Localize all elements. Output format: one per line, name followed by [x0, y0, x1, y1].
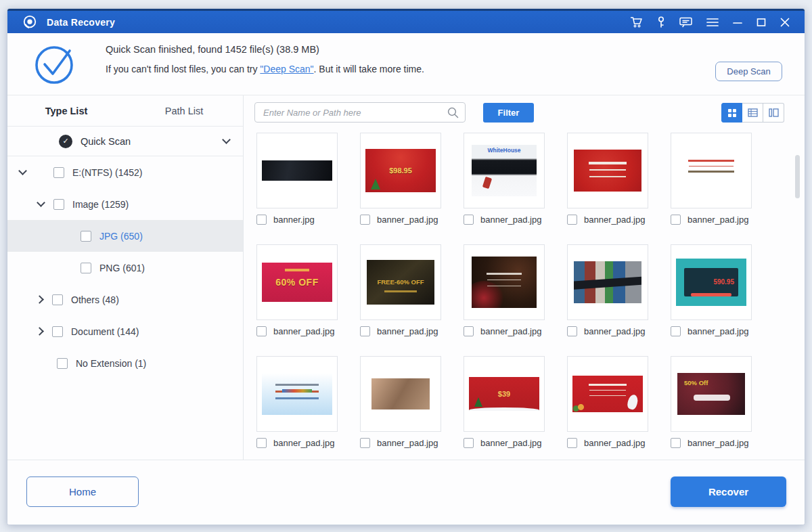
- file-thumbnail[interactable]: $39: [464, 356, 545, 432]
- file-name: banner_pad.jpg: [687, 215, 748, 225]
- tree-item[interactable]: Others (48): [7, 284, 243, 315]
- tree-checkbox[interactable]: [53, 167, 64, 178]
- chevron-right-icon[interactable]: [35, 327, 44, 336]
- file-checkbox[interactable]: [360, 326, 370, 336]
- file-meta-row: banner_pad.jpg: [671, 438, 752, 448]
- file-checkbox[interactable]: [464, 438, 474, 448]
- file-thumbnail[interactable]: 590.95: [671, 244, 752, 320]
- deep-scan-button[interactable]: Deep Scan: [715, 62, 782, 81]
- file-checkbox[interactable]: [567, 438, 577, 448]
- tree-checkbox[interactable]: [81, 263, 91, 273]
- file-thumbnail[interactable]: FREE-60% OFF: [360, 244, 441, 320]
- file-checkbox[interactable]: [671, 326, 681, 336]
- file-meta-row: banner_pad.jpg: [464, 438, 545, 448]
- key-icon[interactable]: [657, 16, 665, 28]
- file-name: banner_pad.jpg: [377, 326, 438, 336]
- menu-icon[interactable]: [706, 18, 719, 27]
- list-view-button[interactable]: [742, 103, 763, 123]
- file-checkbox[interactable]: [256, 326, 267, 336]
- thumbnail-image: [572, 376, 643, 412]
- tree-checkbox[interactable]: [57, 358, 68, 369]
- file-thumbnail[interactable]: [360, 356, 441, 432]
- thumbnail-image: [574, 261, 641, 303]
- thumbnail-caption: WhiteHouse: [472, 148, 537, 154]
- chevron-down-icon[interactable]: [18, 167, 27, 175]
- search-icon[interactable]: [447, 107, 459, 118]
- file-thumbnail[interactable]: [567, 356, 648, 432]
- file-meta-row: banner.jpg: [256, 215, 338, 225]
- file-thumbnail[interactable]: 50% Off: [671, 356, 752, 432]
- filter-button[interactable]: Filter: [483, 103, 534, 123]
- tab-type-list[interactable]: Type List: [7, 95, 125, 126]
- file-meta-row: banner_pad.jpg: [360, 326, 441, 336]
- maximize-icon[interactable]: [757, 18, 766, 27]
- quick-scan-row[interactable]: ✓ Quick Scan: [7, 127, 243, 156]
- file-meta-row: banner_pad.jpg: [256, 326, 338, 336]
- close-icon[interactable]: [780, 18, 790, 27]
- cart-icon[interactable]: [630, 16, 643, 28]
- file-checkbox[interactable]: [671, 438, 681, 448]
- file-thumbnail[interactable]: WhiteHouse: [464, 133, 545, 208]
- chevron-down-icon[interactable]: [37, 198, 45, 207]
- file-name: banner_pad.jpg: [584, 326, 645, 336]
- tree-item[interactable]: E:(NTFS) (1452): [7, 156, 243, 188]
- file-thumbnail[interactable]: [567, 133, 648, 208]
- tree-item[interactable]: Image (1259): [7, 188, 243, 220]
- tree-checkbox[interactable]: [52, 294, 63, 305]
- thumbnail-image: [262, 160, 332, 181]
- file-thumbnail[interactable]: 60% OFF: [256, 244, 338, 320]
- thumbnail-image: $98.95: [365, 149, 436, 192]
- toolbar: Filter: [244, 102, 805, 123]
- file-checkbox[interactable]: [256, 438, 267, 448]
- file-checkbox[interactable]: [360, 215, 370, 225]
- file-card: FREE-60% OFFbanner_pad.jpg: [360, 244, 441, 343]
- tree-checkbox[interactable]: [53, 199, 64, 210]
- minimize-icon[interactable]: [733, 18, 742, 27]
- file-thumbnail[interactable]: [671, 133, 752, 208]
- detail-view-button[interactable]: [763, 103, 784, 123]
- chevron-down-icon[interactable]: [222, 135, 231, 144]
- file-meta-row: banner_pad.jpg: [671, 215, 752, 225]
- scrollbar-thumb[interactable]: [795, 155, 800, 198]
- file-meta-row: banner_pad.jpg: [464, 215, 545, 225]
- file-thumbnail[interactable]: [567, 244, 648, 320]
- thumbnail-caption: 590.95: [713, 279, 734, 286]
- file-card: $39banner_pad.jpg: [464, 356, 545, 455]
- thumbnail-image: [677, 148, 745, 194]
- tree-item-label: JPG (650): [99, 231, 143, 242]
- file-checkbox[interactable]: [671, 215, 681, 225]
- list-view-icon: [748, 108, 758, 117]
- file-thumbnail[interactable]: $98.95: [360, 133, 441, 208]
- tree-checkbox[interactable]: [52, 326, 63, 337]
- feedback-icon[interactable]: [679, 17, 692, 28]
- chevron-right-icon[interactable]: [35, 295, 44, 304]
- recover-button[interactable]: Recover: [671, 476, 786, 507]
- home-button[interactable]: Home: [26, 476, 139, 507]
- tree-checkbox[interactable]: [81, 231, 91, 242]
- tree-item[interactable]: JPG (650): [7, 220, 243, 252]
- sidebar-tabs: Type List Path List: [7, 95, 243, 127]
- file-checkbox[interactable]: [360, 438, 370, 448]
- file-grid: banner.jpg$98.95banner_pad.jpgWhiteHouse…: [256, 133, 752, 455]
- file-name: banner_pad.jpg: [273, 326, 334, 336]
- file-checkbox[interactable]: [567, 326, 577, 336]
- tree-item[interactable]: Document (144): [7, 315, 243, 347]
- deep-scan-link[interactable]: "Deep Scan": [260, 64, 313, 74]
- file-checkbox[interactable]: [464, 326, 474, 336]
- scan-hint-text: If you can't find lost files, you can tr…: [106, 64, 424, 74]
- file-meta-row: banner_pad.jpg: [671, 326, 752, 336]
- tree-item[interactable]: PNG (601): [7, 252, 243, 284]
- file-card: banner_pad.jpg: [671, 133, 752, 231]
- file-checkbox[interactable]: [256, 215, 267, 225]
- file-thumbnail[interactable]: [256, 133, 338, 208]
- grid-view-button[interactable]: [721, 103, 742, 123]
- file-name: banner_pad.jpg: [480, 326, 541, 336]
- file-checkbox[interactable]: [464, 215, 474, 225]
- tree-item-label: Document (144): [71, 326, 139, 337]
- file-thumbnail[interactable]: [256, 356, 338, 432]
- file-checkbox[interactable]: [567, 215, 577, 225]
- tab-path-list[interactable]: Path List: [125, 95, 243, 126]
- search-input[interactable]: [262, 104, 438, 121]
- tree-item[interactable]: No Extension (1): [7, 347, 243, 379]
- file-thumbnail[interactable]: [464, 244, 545, 320]
